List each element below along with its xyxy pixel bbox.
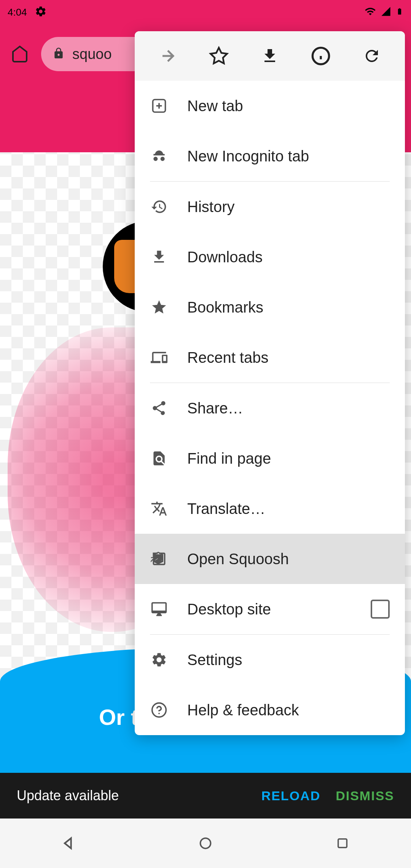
wifi-icon [365, 6, 376, 19]
status-right-group [365, 5, 403, 19]
status-left-group: 4:04 [8, 5, 47, 19]
desktop-icon [150, 600, 168, 618]
menu-item-history[interactable]: History [135, 182, 405, 232]
signal-icon [381, 6, 391, 18]
browser-menu: New tab New Incognito tab History Downlo… [135, 31, 405, 735]
menu-label: Open Squoosh [187, 550, 390, 568]
menu-item-bookmarks[interactable]: Bookmarks [135, 282, 405, 332]
menu-label: Settings [187, 651, 390, 669]
bookmark-star-button[interactable] [202, 39, 236, 73]
settings-notification-icon [35, 5, 47, 19]
status-bar: 4:04 [0, 0, 411, 24]
share-icon [150, 399, 168, 417]
menu-label: Translate… [187, 500, 390, 517]
menu-item-settings[interactable]: Settings [135, 635, 405, 685]
recents-nav-button[interactable] [331, 832, 354, 855]
back-nav-button[interactable] [57, 832, 80, 855]
recent-tabs-icon [150, 348, 168, 367]
new-tab-icon [150, 97, 168, 115]
menu-item-recent-tabs[interactable]: Recent tabs [135, 332, 405, 383]
menu-item-incognito[interactable]: New Incognito tab [135, 131, 405, 181]
forward-button[interactable] [151, 39, 185, 73]
menu-item-open-app[interactable]: Open Squoosh [135, 534, 405, 584]
menu-item-downloads[interactable]: Downloads [135, 232, 405, 282]
url-text: squoo [72, 46, 112, 62]
translate-icon [150, 499, 168, 518]
history-icon [150, 198, 168, 216]
menu-label: Bookmarks [187, 299, 390, 316]
menu-label: Help & feedback [187, 702, 390, 719]
system-nav-bar [0, 819, 411, 868]
svg-rect-9 [338, 839, 347, 848]
desktop-site-checkbox[interactable] [371, 600, 390, 619]
menu-item-new-tab[interactable]: New tab [135, 81, 405, 131]
menu-item-desktop-site[interactable]: Desktop site [135, 584, 405, 634]
home-nav-button[interactable] [194, 832, 217, 855]
menu-label: Downloads [187, 249, 390, 266]
status-time: 4:04 [8, 6, 27, 18]
dismiss-action-button[interactable]: DISMISS [336, 788, 394, 803]
menu-label: New Incognito tab [187, 148, 390, 165]
menu-label: New tab [187, 97, 390, 115]
lock-icon [53, 47, 65, 61]
snackbar-message: Update available [17, 788, 246, 804]
incognito-icon [150, 147, 168, 165]
menu-items-list: New tab New Incognito tab History Downlo… [135, 81, 405, 735]
download-page-button[interactable] [253, 39, 287, 73]
home-button[interactable] [8, 42, 32, 66]
settings-icon [150, 651, 168, 669]
download-icon [150, 248, 168, 266]
open-app-icon [150, 550, 168, 568]
menu-label: Recent tabs [187, 349, 390, 366]
menu-item-translate[interactable]: Translate… [135, 483, 405, 534]
menu-item-find-in-page[interactable]: Find in page [135, 433, 405, 483]
reload-action-button[interactable]: RELOAD [261, 788, 321, 803]
menu-action-row [135, 31, 405, 81]
menu-item-help[interactable]: Help & feedback [135, 685, 405, 735]
bookmark-filled-icon [150, 298, 168, 316]
update-snackbar: Update available RELOAD DISMISS [0, 773, 411, 819]
wave-heading: Or t [99, 704, 138, 730]
svg-point-8 [201, 838, 211, 849]
menu-label: Desktop site [187, 601, 352, 618]
battery-icon [396, 5, 403, 19]
page-info-button[interactable] [304, 39, 338, 73]
menu-label: Find in page [187, 450, 390, 467]
menu-item-share[interactable]: Share… [135, 383, 405, 433]
reload-button[interactable] [355, 39, 389, 73]
menu-label: Share… [187, 400, 390, 417]
menu-label: History [187, 198, 390, 215]
help-icon [150, 701, 168, 719]
find-icon [150, 449, 168, 468]
